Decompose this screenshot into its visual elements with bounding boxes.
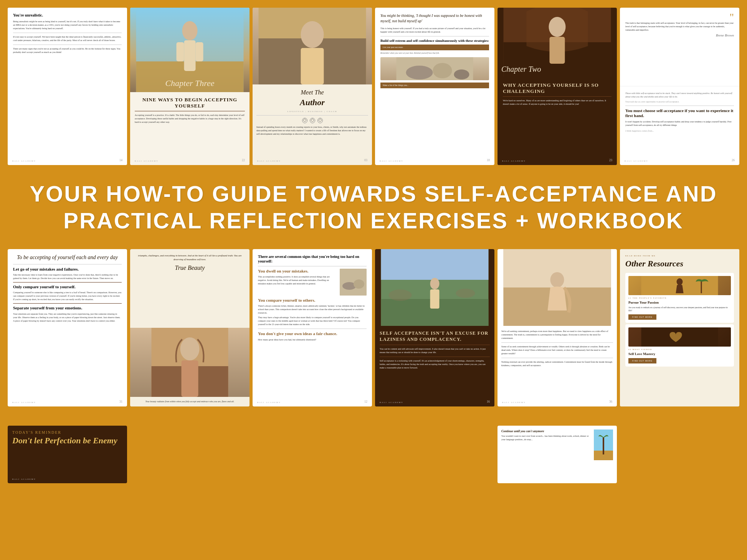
card-true-beauty: triumphs, challenges, and everything in … — [130, 249, 250, 406]
chapter-three-label: Chapter Three — [130, 78, 250, 88]
author-photo — [253, 8, 372, 84]
woman-beauty-svg — [130, 328, 250, 397]
author-heading: Author — [256, 97, 368, 109]
svg-rect-29 — [430, 289, 440, 309]
instagram-icon: ◯ — [302, 118, 307, 123]
card-continue-evolving: Continue until you can't anymore You wou… — [497, 426, 617, 483]
card-contentment: We're all seeking contentment, perhaps e… — [497, 249, 617, 406]
svg-rect-5 — [196, 42, 203, 61]
partial-spacer-2 — [253, 426, 372, 483]
svg-rect-42 — [603, 437, 604, 454]
top-grid: You're unrealistic. Being unrealistic mi… — [0, 0, 747, 165]
card-common-signs: There are several common signs that you'… — [253, 249, 372, 406]
woman-beach-svg — [497, 249, 617, 326]
self-love-thumb — [628, 327, 731, 347]
card-honest: You might be thinking, 'I thought I was … — [375, 8, 494, 165]
hero-title: YOUR HOW-TO GUIDE TOWARDS SELF-ACCEPTANC… — [23, 180, 724, 234]
svg-point-12 — [433, 63, 452, 78]
palm-svg — [594, 429, 613, 460]
svg-rect-21 — [182, 360, 198, 397]
card-beach-image: Chapter Three — [130, 8, 250, 92]
partial-spacer-1 — [130, 426, 250, 483]
svg-rect-3 — [184, 40, 196, 71]
social-icons: ◯ ◯ ◯ — [256, 118, 368, 123]
svg-point-28 — [430, 278, 440, 289]
svg-rect-9 — [301, 48, 324, 84]
sign-image-1 — [340, 269, 367, 296]
svg-point-35 — [550, 272, 564, 287]
card-nine-ways: Chapter Three NINE WAYS TO BEGIN ACCEPTI… — [130, 8, 250, 165]
todays-reminder-label: TODAY'S REMINDER — [12, 430, 122, 434]
svg-rect-4 — [177, 42, 184, 61]
stones-svg — [380, 57, 489, 80]
svg-point-20 — [180, 337, 200, 360]
field-svg — [375, 249, 494, 326]
svg-point-24 — [354, 279, 364, 289]
main-container: You're unrealistic. Being unrealistic mi… — [0, 0, 747, 483]
partial-spacer-4 — [620, 426, 739, 483]
svg-point-8 — [301, 21, 324, 48]
stones-small-svg — [340, 269, 367, 296]
palm-image — [594, 429, 613, 460]
list-item-1: List your past successes — [380, 45, 489, 51]
hero-section: YOUR HOW-TO GUIDE TOWARDS SELF-ACCEPTANC… — [0, 165, 747, 249]
resource-self-love: #2 MOST VIEWED Self Love Mastery FIND OU… — [625, 324, 734, 367]
pursue-passion-cta[interactable]: FIND OUT MORE — [628, 314, 656, 320]
chapter-two-image: Chapter Two — [497, 8, 617, 77]
partial-spacer-3 — [375, 426, 494, 483]
svg-rect-27 — [381, 249, 489, 280]
chapter-two-label: Chapter Two — [501, 65, 541, 74]
svg-point-37 — [677, 278, 683, 285]
svg-rect-17 — [550, 37, 565, 64]
bottom-grid: To be accepting of yourself each and eve… — [0, 249, 747, 426]
true-beauty-image — [130, 328, 250, 397]
contentment-image — [497, 249, 617, 326]
meet-the-heading: Meet The — [256, 88, 368, 97]
card-accepting-each-day: To be accepting of yourself each and eve… — [8, 249, 127, 406]
resource-pursue-passion: #1 THE PEOPLE'S FAVORITE Pursue Your Pas… — [625, 273, 734, 323]
svg-point-16 — [549, 17, 566, 37]
card-other-resources: READ MORE FROM ME Other Resources — [620, 249, 739, 406]
field-image — [375, 249, 494, 326]
svg-point-30 — [389, 289, 412, 301]
self-love-cta[interactable]: FIND OUT MORE — [628, 358, 656, 363]
stones-image — [380, 57, 489, 80]
twitter-icon: ◯ — [317, 118, 323, 123]
svg-point-11 — [406, 66, 433, 79]
svg-point-31 — [456, 289, 475, 298]
svg-rect-38 — [701, 280, 702, 293]
self-love-thumb-svg — [628, 327, 731, 347]
svg-point-13 — [454, 69, 469, 79]
passion-thumb-svg — [628, 276, 731, 295]
card-self-acceptance-dark: Self acceptance isn't an excuse for lazi… — [375, 249, 494, 406]
author-photo-svg — [253, 8, 372, 84]
facebook-icon: ◯ — [310, 118, 315, 123]
list-item-2: Make a list of the things you... — [380, 83, 489, 89]
svg-point-2 — [182, 21, 198, 40]
card-meet-author: Meet The Author LIFESTYLE | BUSINESS | C… — [253, 8, 372, 165]
card-dont-let-perfection: TODAY'S REMINDER Don't let Perfection be… — [8, 426, 127, 483]
pursue-passion-thumb — [628, 276, 731, 295]
card-why-challenging: Chapter Two WHY ACCEPTING YOURSELF IS SO… — [497, 8, 617, 165]
card-belonging: " The truth is that belonging starts wit… — [620, 8, 739, 165]
card-unrealistic: You're unrealistic. Being unrealistic mi… — [8, 8, 127, 165]
extra-row: TODAY'S REMINDER Don't let Perfection be… — [0, 426, 747, 483]
